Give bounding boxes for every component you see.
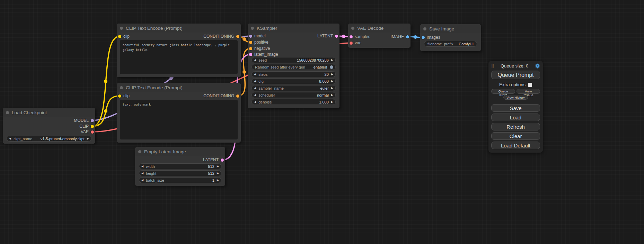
load-button[interactable]: Load: [491, 114, 540, 121]
node-empty-latent-image[interactable]: Empty Latent Image LATENT ◀ width 512 ▶ …: [135, 147, 225, 186]
widget-label: scheduler: [258, 93, 275, 97]
node-load-checkpoint[interactable]: Load Checkpoint MODEL CLIP VAE ◀ ckpt_na…: [3, 108, 95, 144]
slot-label: clip: [123, 93, 130, 98]
conditioning-output-dot[interactable]: [236, 35, 239, 38]
conditioning-output-dot[interactable]: [236, 94, 239, 98]
increment-arrow-icon[interactable]: ▶: [87, 137, 89, 140]
input-slot-clip: clip: [118, 93, 130, 98]
output-slot-conditioning: CONDITIONING: [203, 34, 239, 39]
node-title-bar[interactable]: Empty Latent Image: [135, 147, 225, 156]
node-title: VAE Decode: [357, 26, 383, 31]
image-output-dot[interactable]: [406, 35, 409, 38]
clear-button[interactable]: Clear: [491, 132, 540, 140]
decrement-arrow-icon[interactable]: ◀: [254, 59, 256, 62]
increment-arrow-icon[interactable]: ▶: [331, 59, 333, 62]
node-title-bar[interactable]: CLIP Text Encode (Prompt): [117, 24, 241, 33]
increment-arrow-icon[interactable]: ▶: [331, 94, 333, 97]
steps-widget[interactable]: ◀ steps 20 ▶: [252, 71, 336, 77]
graph-canvas[interactable]: { "app": { "name": "ComfyUI" }, "colors"…: [0, 0, 644, 244]
positive-prompt-textarea[interactable]: beautiful scenery nature glass bottle la…: [120, 40, 238, 74]
sampler-name-widget[interactable]: ◀ sampler_name euler ▶: [252, 85, 336, 91]
clip-input-dot[interactable]: [118, 35, 121, 38]
toggle-indicator-icon[interactable]: [330, 65, 333, 69]
node-ksampler[interactable]: KSampler model positive negative latent_…: [248, 24, 339, 108]
drag-handle-icon[interactable]: ⣿: [491, 64, 494, 68]
collapse-dot-icon[interactable]: [251, 27, 254, 30]
batch-size-widget[interactable]: ◀ batch_size 1 ▶: [139, 177, 221, 183]
latent-image-input-dot[interactable]: [249, 53, 252, 56]
collapse-dot-icon[interactable]: [120, 86, 123, 89]
node-graph-canvas[interactable]: Load Checkpoint MODEL CLIP VAE ◀ ckpt_na…: [0, 0, 644, 244]
view-queue-button[interactable]: View Queue: [517, 89, 540, 94]
node-save-image[interactable]: Save Image images filename_prefix ComfyU…: [420, 24, 481, 51]
cfg-widget[interactable]: ◀ cfg 8.000 ▶: [252, 78, 336, 84]
increment-arrow-icon[interactable]: ▶: [331, 87, 333, 90]
increment-arrow-icon[interactable]: ▶: [331, 80, 333, 83]
width-widget[interactable]: ◀ width 512 ▶: [139, 163, 221, 169]
node-title-bar[interactable]: Load Checkpoint: [3, 108, 95, 117]
height-widget[interactable]: ◀ height 512 ▶: [139, 170, 221, 176]
positive-input-dot[interactable]: [249, 41, 252, 44]
refresh-button[interactable]: Refresh: [491, 123, 540, 130]
queue-prompt-button[interactable]: Queue Prompt: [491, 71, 540, 79]
node-title-bar[interactable]: KSampler: [248, 24, 339, 33]
collapse-dot-icon[interactable]: [6, 111, 9, 114]
seed-widget[interactable]: ◀ seed 156680208700286 ▶: [252, 57, 336, 63]
node-title-bar[interactable]: VAE Decode: [348, 24, 411, 33]
slot-label: positive: [254, 40, 268, 45]
extra-options-checkbox[interactable]: [528, 83, 532, 87]
vae-input-dot[interactable]: [350, 42, 353, 45]
queue-front-button[interactable]: Queue Front: [491, 89, 515, 94]
scheduler-widget[interactable]: ◀ scheduler normal ▶: [252, 92, 336, 98]
wire-midpoint-dot: [242, 37, 246, 41]
decrement-arrow-icon[interactable]: ◀: [254, 94, 256, 97]
clip-input-dot[interactable]: [118, 94, 121, 98]
view-history-button[interactable]: View History: [503, 95, 528, 100]
collapse-dot-icon[interactable]: [351, 27, 354, 30]
node-clip-text-encode-negative[interactable]: CLIP Text Encode (Prompt) clip CONDITION…: [117, 83, 241, 143]
model-output-dot[interactable]: [91, 119, 94, 122]
decrement-arrow-icon[interactable]: ◀: [141, 172, 143, 175]
clip-output-dot[interactable]: [91, 125, 94, 128]
ckpt-name-widget[interactable]: ◀ ckpt_name v1-5-pruned-emaonly.ckpt ▶: [7, 136, 91, 142]
vae-output-dot[interactable]: [91, 130, 94, 134]
widget-value: v1-5-pruned-emaonly.ckpt: [41, 137, 85, 141]
denoise-widget[interactable]: ◀ denoise 1.000 ▶: [252, 99, 336, 105]
widget-label: cfg: [258, 79, 264, 83]
model-input-dot[interactable]: [249, 35, 252, 38]
collapse-dot-icon[interactable]: [423, 27, 426, 30]
wire-midpoint-dot: [342, 35, 345, 38]
random-seed-toggle-widget[interactable]: Random seed after every gen enabled: [252, 64, 336, 70]
decrement-arrow-icon[interactable]: ◀: [254, 101, 256, 103]
slot-label: latent_image: [254, 52, 278, 57]
latent-output-dot[interactable]: [335, 35, 338, 38]
widget-value: 512: [208, 171, 214, 175]
node-title-bar[interactable]: CLIP Text Encode (Prompt): [117, 83, 241, 92]
increment-arrow-icon[interactable]: ▶: [331, 101, 333, 103]
decrement-arrow-icon[interactable]: ◀: [254, 80, 256, 83]
decrement-arrow-icon[interactable]: ◀: [141, 165, 143, 168]
load-default-button[interactable]: Load Default: [491, 142, 540, 149]
increment-arrow-icon[interactable]: ▶: [217, 165, 219, 168]
filename-prefix-widget[interactable]: filename_prefix ComfyUI: [424, 41, 477, 47]
decrement-arrow-icon[interactable]: ◀: [9, 137, 11, 140]
settings-gear-icon[interactable]: [535, 63, 540, 69]
samples-input-dot[interactable]: [350, 35, 353, 38]
increment-arrow-icon[interactable]: ▶: [217, 172, 219, 175]
negative-prompt-textarea[interactable]: text, watermark: [120, 100, 238, 139]
node-title-bar[interactable]: Save Image: [420, 24, 481, 33]
negative-input-dot[interactable]: [249, 47, 252, 50]
collapse-dot-icon[interactable]: [138, 150, 141, 153]
collapse-dot-icon[interactable]: [120, 27, 123, 30]
decrement-arrow-icon[interactable]: ◀: [141, 179, 143, 182]
latent-output-dot[interactable]: [221, 159, 224, 162]
decrement-arrow-icon[interactable]: ◀: [254, 73, 256, 76]
increment-arrow-icon[interactable]: ▶: [331, 73, 333, 76]
decrement-arrow-icon[interactable]: ◀: [254, 87, 256, 90]
input-slot-clip: clip: [118, 34, 130, 39]
increment-arrow-icon[interactable]: ▶: [217, 179, 219, 182]
node-vae-decode[interactable]: VAE Decode samples vae IMAGE: [348, 24, 411, 48]
save-button[interactable]: Save: [491, 104, 540, 112]
images-input-dot[interactable]: [422, 36, 425, 39]
node-clip-text-encode-positive[interactable]: CLIP Text Encode (Prompt) clip CONDITION…: [117, 24, 241, 77]
